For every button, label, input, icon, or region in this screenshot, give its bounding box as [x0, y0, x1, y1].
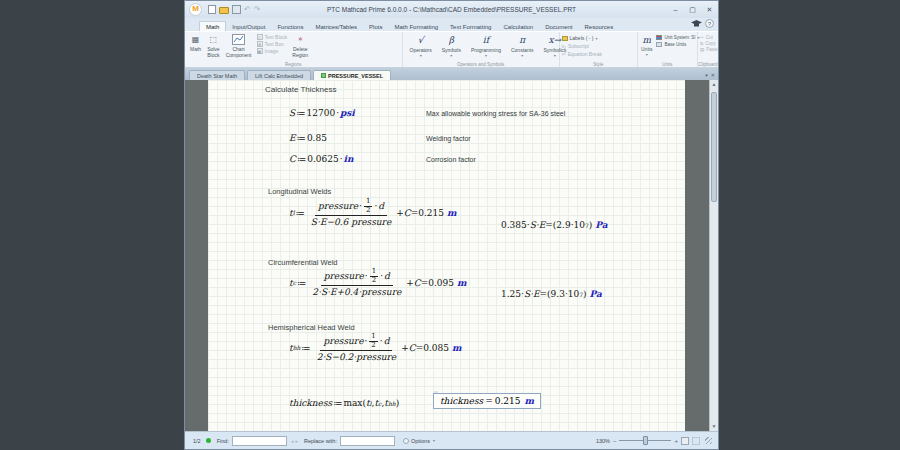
- math-region-thickness-result-selected[interactable]: thickness = 0.215 m: [433, 393, 541, 409]
- tab-input-output[interactable]: Input/Output: [226, 22, 271, 31]
- text-region-note[interactable]: Welding factor: [426, 135, 471, 142]
- paste-button[interactable]: ▤Paste: [700, 47, 718, 52]
- unit-system-dropdown[interactable]: Unit System: SI▾: [656, 35, 699, 40]
- equation-break-label: Equation Break: [568, 51, 602, 57]
- math-region-side-check[interactable]: 0.385· S·E = ( 2.9·10 7 ) Pa: [501, 220, 608, 230]
- scrollbar-thumb[interactable]: [711, 92, 717, 202]
- math-region-tc[interactable]: tc ≔ pressure · 12 · d 2·S·E+0.4·pressur…: [289, 268, 467, 297]
- equation-break-button[interactable]: ⏎Equation Break: [562, 51, 602, 57]
- programming-dropdown[interactable]: if Programming ▾: [468, 33, 504, 59]
- tab-math[interactable]: Math: [199, 21, 226, 31]
- zoom-slider-thumb[interactable]: [643, 436, 648, 445]
- text-region-note[interactable]: Max allowable working stress for SA-36 s…: [426, 110, 565, 117]
- math-region-side-check[interactable]: 1.25· S·E = ( 9.3·10 7 ) Pa: [501, 289, 602, 299]
- tab-calculation[interactable]: Calculation: [497, 22, 539, 31]
- scroll-up-icon[interactable]: ▲: [710, 80, 718, 89]
- replace-icon[interactable]: [403, 438, 409, 444]
- tab-resources[interactable]: Resources: [579, 22, 620, 31]
- chart-component-button[interactable]: Chart Component: [224, 33, 254, 59]
- minimize-button[interactable]: –: [667, 3, 684, 16]
- value: 12700: [306, 108, 335, 118]
- fit-width-icon[interactable]: [692, 437, 700, 445]
- text-region-section-heading[interactable]: Hemispherical Head Weld: [268, 323, 355, 332]
- math-region-tl[interactable]: tl ≔ pressure · 12 · d S·E−0.6 pressure …: [289, 198, 457, 227]
- resize-grip[interactable]: [705, 437, 712, 444]
- find-previous-icon[interactable]: ◂: [291, 438, 294, 444]
- math-region-thh[interactable]: thh ≔ pressure · 12 · d 2·S−0.2·pressure…: [289, 333, 461, 362]
- math-region-button[interactable]: ▦ Math: [188, 33, 203, 53]
- denominator: 2·S−0.2·pressure: [314, 351, 400, 362]
- replace-label: Replace with:: [304, 438, 337, 444]
- ribbon: ▦ Math ⬚ Solve Block Chart Component ≡Te…: [185, 31, 718, 68]
- text-block-button[interactable]: ≡Text Block: [257, 34, 288, 40]
- zoom-level: 130%: [596, 438, 610, 444]
- text-region-section-heading[interactable]: Longitudinal Welds: [268, 187, 331, 196]
- tab-matrices-tables[interactable]: Matrices/Tables: [309, 22, 363, 31]
- doc-tab-pressure-vessel[interactable]: PRESSURE_VESSEL: [313, 70, 391, 80]
- cut-icon: ✂: [700, 35, 704, 40]
- zoom-slider[interactable]: [619, 440, 671, 441]
- tab-plots[interactable]: Plots: [363, 22, 388, 31]
- chevron-down-icon[interactable]: ▾: [705, 72, 708, 78]
- close-document-icon[interactable]: ✕: [711, 72, 715, 78]
- math-region-definition-E[interactable]: E ≔ 0.85: [289, 133, 327, 143]
- labels-label: Labels ( - ): [570, 35, 594, 41]
- delete-region-button[interactable]: ✶ Delete Region: [290, 33, 310, 59]
- cut-button[interactable]: ✂Cut: [700, 35, 718, 40]
- tab-document[interactable]: Document: [539, 22, 578, 31]
- units-dropdown[interactable]: m Units ▾: [640, 33, 653, 58]
- customize-toolbar-icon[interactable]: [232, 5, 241, 14]
- text-region-note[interactable]: Corrosion factor: [426, 156, 476, 163]
- image-button[interactable]: ▣Image: [257, 48, 288, 54]
- zoom-out-icon[interactable]: −: [613, 438, 617, 444]
- base-units-button[interactable]: Base Units: [656, 42, 699, 47]
- replace-input[interactable]: [340, 436, 395, 446]
- redo-icon[interactable]: ↷: [254, 5, 261, 14]
- symbols-dropdown[interactable]: β Symbols ▾: [439, 33, 464, 59]
- doc-tab-lift-calc-embedded[interactable]: Lift Calc Embedded: [247, 70, 311, 80]
- constants-dropdown[interactable]: π Constants ▾: [508, 33, 537, 59]
- zoom-in-icon[interactable]: +: [674, 438, 678, 444]
- close-button[interactable]: ✕: [701, 3, 718, 16]
- maximize-button[interactable]: ▢: [684, 3, 701, 16]
- chevron-down-icon[interactable]: ▾: [433, 438, 435, 443]
- fit-page-icon[interactable]: [681, 437, 689, 445]
- tab-text-formatting[interactable]: Text Formatting: [444, 22, 497, 31]
- equals: =: [411, 208, 419, 218]
- vertical-scrollbar[interactable]: ▲ ▼: [709, 80, 718, 431]
- find-next-icon[interactable]: ▸: [295, 438, 298, 444]
- find-input[interactable]: [232, 436, 287, 446]
- copy-button[interactable]: ⧉Copy: [700, 41, 718, 46]
- labels-dropdown[interactable]: Labels ( - )▾: [562, 35, 602, 41]
- tab-math-formatting[interactable]: Math Formatting: [388, 22, 444, 31]
- unit: Pa: [590, 289, 602, 299]
- worksheet-area[interactable]: Calculate Thickness S ≔ 12700 · psi Max …: [185, 80, 718, 431]
- text-region-section-heading[interactable]: Circumferential Weld: [268, 258, 337, 267]
- undo-icon[interactable]: ↶: [244, 5, 251, 14]
- math-region-thickness-definition[interactable]: thickness ≔ max ( tl , tc , thh ): [289, 398, 399, 408]
- numerator-var: pressure: [323, 336, 363, 346]
- mathcad-logo-icon[interactable]: M: [189, 3, 202, 16]
- text-region-heading[interactable]: Calculate Thickness: [265, 85, 336, 94]
- regions-group-label: Regions: [185, 62, 402, 67]
- options-button[interactable]: Options: [411, 438, 430, 444]
- doc-tab-death-star-math[interactable]: Death Star Math: [189, 70, 245, 80]
- text-box-button[interactable]: AText Box: [257, 41, 288, 47]
- help-icon[interactable]: ?: [705, 19, 714, 28]
- open-file-icon[interactable]: [219, 7, 229, 14]
- image-label: Image: [265, 48, 279, 54]
- solve-block-button[interactable]: ⬚ Solve Block: [205, 33, 222, 59]
- math-region-definition-C[interactable]: C ≔ 0.0625 · in: [289, 154, 354, 164]
- worksheet-page[interactable]: Calculate Thickness S ≔ 12700 · psi Max …: [208, 80, 685, 431]
- new-file-icon[interactable]: [208, 5, 216, 14]
- operators-symbols-group-label: Operators and Symbols: [403, 62, 559, 67]
- math-region-definition-S[interactable]: S ≔ 12700 · psi: [289, 108, 355, 118]
- result-value: 0.215: [495, 396, 521, 406]
- scroll-down-icon[interactable]: ▼: [710, 422, 718, 431]
- subscript-button[interactable]: x₂Subscript: [562, 43, 602, 49]
- tab-functions[interactable]: Functions: [271, 22, 309, 31]
- operators-dropdown[interactable]: √ Operators ▾: [407, 33, 435, 59]
- learning-center-icon[interactable]: [691, 20, 702, 28]
- programming-icon: if: [483, 34, 489, 47]
- equation-break-icon: ⏎: [562, 51, 566, 57]
